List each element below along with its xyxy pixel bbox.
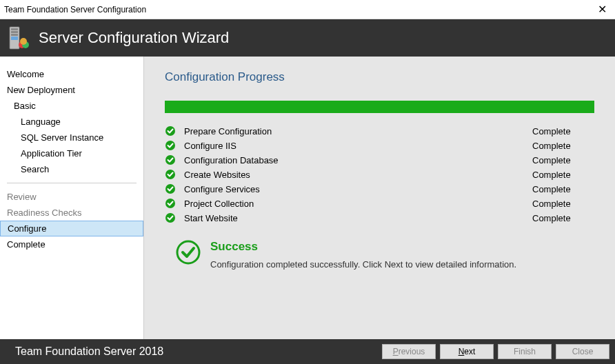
step-row: Configuration DatabaseComplete bbox=[165, 154, 594, 165]
sidebar-item-sql-server-instance[interactable]: SQL Server Instance bbox=[0, 130, 143, 145]
previous-button: Previous bbox=[382, 344, 436, 359]
step-status: Complete bbox=[532, 213, 594, 223]
step-name: Project Collection bbox=[184, 199, 532, 209]
success-box: Success Configuration completed successf… bbox=[176, 240, 594, 270]
step-status: Complete bbox=[532, 155, 594, 165]
previous-label: revious bbox=[399, 347, 425, 356]
main-heading: Configuration Progress bbox=[165, 70, 594, 84]
titlebar: Team Foundation Server Configuration ✕ bbox=[0, 0, 615, 19]
check-icon bbox=[165, 183, 176, 194]
sidebar-item-welcome[interactable]: Welcome bbox=[0, 66, 143, 82]
step-name: Create Websites bbox=[184, 170, 532, 180]
success-text: Success Configuration completed successf… bbox=[210, 240, 516, 270]
finish-label: Finish bbox=[514, 347, 536, 356]
footer-title: Team Foundation Server 2018 bbox=[15, 345, 163, 358]
close-label: Close bbox=[572, 347, 594, 356]
step-status: Complete bbox=[532, 141, 594, 151]
svg-rect-1 bbox=[11, 28, 18, 30]
step-status: Complete bbox=[532, 199, 594, 209]
body: Welcome New Deployment Basic Language SQ… bbox=[0, 57, 615, 339]
sidebar-item-language[interactable]: Language bbox=[0, 114, 143, 130]
server-icon bbox=[8, 26, 29, 50]
check-icon bbox=[165, 198, 176, 209]
sidebar-item-readiness-checks[interactable]: Readiness Checks bbox=[0, 205, 143, 221]
progress-bar bbox=[165, 101, 594, 113]
step-row: Configure IISComplete bbox=[165, 140, 594, 151]
step-name: Start Website bbox=[184, 213, 532, 223]
svg-point-15 bbox=[177, 241, 199, 263]
window-title: Team Foundation Server Configuration bbox=[4, 5, 146, 14]
sidebar-item-configure[interactable]: Configure bbox=[0, 221, 143, 236]
finish-button: Finish bbox=[498, 344, 552, 359]
footer: Team Foundation Server 2018 Previous Nex… bbox=[0, 339, 615, 364]
step-name: Configure IIS bbox=[184, 141, 532, 151]
step-name: Prepare Configuration bbox=[184, 126, 532, 136]
check-icon bbox=[165, 169, 176, 180]
svg-point-7 bbox=[20, 38, 27, 45]
check-icon bbox=[165, 125, 176, 136]
close-icon[interactable]: ✕ bbox=[594, 3, 611, 16]
close-button: Close bbox=[556, 344, 609, 359]
main-panel: Configuration Progress Prepare Configura… bbox=[144, 57, 615, 339]
svg-rect-2 bbox=[11, 31, 18, 33]
sidebar: Welcome New Deployment Basic Language SQ… bbox=[0, 57, 144, 339]
check-icon bbox=[165, 212, 176, 223]
step-row: Prepare ConfigurationComplete bbox=[165, 125, 594, 136]
next-button[interactable]: Next bbox=[440, 344, 494, 359]
step-status: Complete bbox=[532, 170, 594, 180]
header: Server Configuration Wizard bbox=[0, 19, 615, 57]
sidebar-item-basic[interactable]: Basic bbox=[0, 98, 143, 114]
footer-buttons: Previous Next Finish Close bbox=[382, 344, 609, 359]
svg-rect-3 bbox=[11, 34, 18, 36]
sidebar-item-new-deployment[interactable]: New Deployment bbox=[0, 82, 143, 98]
next-label: ext bbox=[464, 347, 475, 356]
steps-list: Prepare ConfigurationCompleteConfigure I… bbox=[165, 125, 594, 223]
success-title: Success bbox=[210, 240, 516, 254]
sidebar-divider bbox=[7, 183, 137, 183]
svg-rect-4 bbox=[11, 37, 18, 40]
step-status: Complete bbox=[532, 184, 594, 194]
step-name: Configuration Database bbox=[184, 155, 532, 165]
sidebar-item-complete[interactable]: Complete bbox=[0, 236, 143, 252]
sidebar-item-search[interactable]: Search bbox=[0, 161, 143, 177]
step-name: Configure Services bbox=[184, 184, 532, 194]
success-message: Configuration completed successfully. Cl… bbox=[210, 259, 516, 270]
check-icon bbox=[165, 140, 176, 151]
step-row: Start WebsiteComplete bbox=[165, 212, 594, 223]
header-title: Server Configuration Wizard bbox=[39, 29, 229, 47]
check-icon bbox=[165, 154, 176, 165]
step-row: Project CollectionComplete bbox=[165, 198, 594, 209]
sidebar-item-review[interactable]: Review bbox=[0, 189, 143, 205]
step-row: Configure ServicesComplete bbox=[165, 183, 594, 194]
success-check-icon bbox=[176, 240, 201, 265]
step-status: Complete bbox=[532, 126, 594, 136]
sidebar-item-application-tier[interactable]: Application Tier bbox=[0, 145, 143, 161]
step-row: Create WebsitesComplete bbox=[165, 169, 594, 180]
